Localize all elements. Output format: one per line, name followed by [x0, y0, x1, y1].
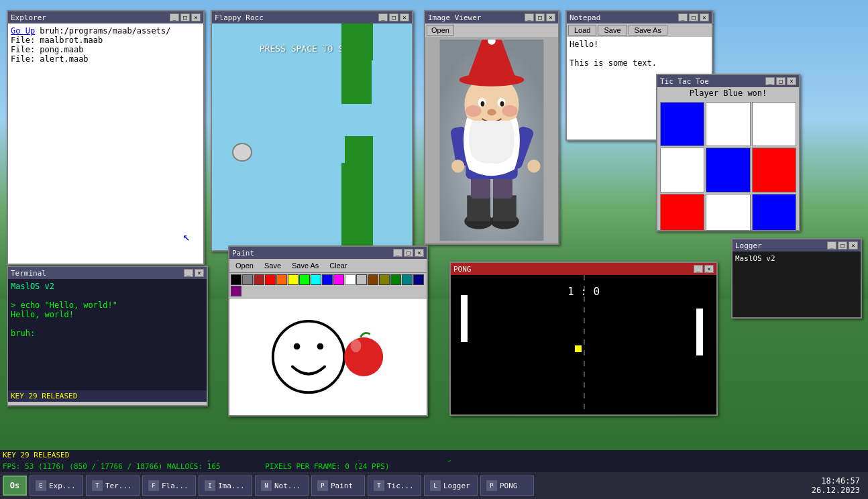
pong-titlebar[interactable]: PONG _ ×	[451, 263, 716, 275]
imageviewer-maximize[interactable]: □	[535, 13, 545, 21]
swatch-gray[interactable]	[242, 274, 253, 285]
pong-minimize[interactable]: _	[694, 265, 703, 273]
taskbar-item-tictactoe[interactable]: T Tic...	[368, 476, 421, 496]
swatch-black[interactable]	[231, 274, 241, 285]
logger-minimize[interactable]: _	[827, 241, 836, 249]
swatch-blue[interactable]	[322, 274, 333, 285]
terminal-minimize[interactable]: _	[184, 269, 193, 277]
notepad-save-btn[interactable]: Save	[598, 25, 627, 36]
swatch-red[interactable]	[265, 274, 276, 285]
terminal-titlebar[interactable]: Terminal _ ×	[8, 267, 207, 279]
taskbar-start-button[interactable]: Os	[3, 476, 27, 496]
taskbar-item-flappy[interactable]: F Fla...	[142, 476, 196, 496]
ttt-cell-5[interactable]	[752, 148, 796, 192]
flappy-close[interactable]: ×	[400, 13, 409, 21]
paint-minimize[interactable]: _	[393, 249, 402, 257]
explorer-file-1[interactable]: File: maalbrot.maab	[11, 36, 201, 45]
ttt-cell-4[interactable]	[706, 148, 750, 192]
taskbar-item-logger[interactable]: L Logger	[424, 476, 478, 496]
swatch-olive[interactable]	[379, 274, 390, 285]
paint-close[interactable]: ×	[415, 249, 424, 257]
notepad-close[interactable]: ×	[700, 13, 709, 21]
terminal-close[interactable]: ×	[195, 269, 204, 277]
flappy-canvas[interactable]: PRESS SPACE TO START	[212, 23, 412, 250]
ttt-cell-2[interactable]	[752, 102, 796, 146]
swatch-cyan[interactable]	[311, 274, 321, 285]
notepad-saveas-btn[interactable]: Save As	[629, 25, 667, 36]
tictactoe-titlebar[interactable]: Tic Tac Toe _ □ ×	[657, 75, 799, 87]
ttt-cell-3[interactable]	[660, 148, 704, 192]
paint-maximize[interactable]: □	[404, 249, 413, 257]
logger-titlebar[interactable]: Logger _ □ ×	[733, 239, 861, 252]
swatch-orange[interactable]	[276, 274, 287, 285]
taskbar-item-pong[interactable]: P PONG	[480, 476, 534, 496]
explorer-window: Explorer _ □ × Go Up bruh:/programs/maab…	[7, 10, 205, 265]
paint-canvas[interactable]	[229, 298, 427, 415]
swatch-navy[interactable]	[413, 274, 424, 285]
explorer-maximize[interactable]: □	[180, 13, 190, 21]
logger-close[interactable]: ×	[849, 241, 858, 249]
swatch-darkred[interactable]	[254, 274, 264, 285]
flappy-game[interactable]: PRESS SPACE TO START	[212, 23, 412, 250]
taskbar-item-paint[interactable]: P Paint	[311, 476, 365, 496]
imageviewer-minimize[interactable]: _	[525, 13, 534, 21]
taskbar-item-explorer[interactable]: E Exp...	[30, 476, 83, 496]
tictactoe-maximize[interactable]: □	[776, 77, 785, 85]
imageviewer-titlebar[interactable]: Image Viewer _ □ ×	[425, 11, 558, 23]
taskbar-item-imageviewer[interactable]: I Ima...	[199, 476, 252, 496]
tictactoe-minimize[interactable]: _	[765, 77, 775, 85]
explorer-title: Explorer	[11, 13, 170, 22]
swatch-teal[interactable]	[402, 274, 413, 285]
swatch-silver[interactable]	[356, 274, 367, 285]
paint-open-btn[interactable]: Open	[231, 260, 258, 271]
notepad-controls: _ □ ×	[678, 13, 709, 21]
taskbar-item-notepad[interactable]: N Not...	[255, 476, 309, 496]
swatch-magenta[interactable]	[333, 274, 344, 285]
taskbar-logger-label: Logger	[443, 482, 470, 490]
logger-maximize[interactable]: □	[838, 241, 847, 249]
statusbar-row2: FPS: 53 (1176) (850 / 17766 / 18766) MAL…	[3, 462, 865, 471]
notepad-load-btn[interactable]: Load	[568, 25, 596, 36]
pong-close[interactable]: ×	[704, 265, 714, 273]
paint-controls: _ □ ×	[393, 249, 424, 257]
swatch-green[interactable]	[299, 274, 310, 285]
ttt-cell-6[interactable]	[660, 194, 704, 231]
explorer-file-2[interactable]: File: pong.maab	[11, 45, 201, 54]
svg-point-19	[500, 101, 504, 107]
imageviewer-close[interactable]: ×	[546, 13, 555, 21]
notepad-maximize[interactable]: □	[689, 13, 698, 21]
imageviewer-open-btn[interactable]: Open	[427, 25, 454, 36]
explorer-titlebar[interactable]: Explorer _ □ ×	[8, 11, 203, 23]
swatch-white[interactable]	[345, 274, 356, 285]
ttt-cell-7[interactable]	[706, 194, 750, 231]
pong-game[interactable]: 1 : 0	[451, 275, 716, 414]
explorer-file-3[interactable]: File: alert.maab	[11, 54, 201, 64]
terminal-output[interactable]: MaslOS v2 > echo "Hello, world!" Hello, …	[8, 279, 207, 390]
swatch-brown[interactable]	[368, 274, 378, 285]
svg-point-18	[481, 101, 485, 107]
explorer-close[interactable]: ×	[191, 13, 201, 21]
explorer-minimize[interactable]: _	[170, 13, 179, 21]
notepad-minimize[interactable]: _	[678, 13, 688, 21]
explorer-go-up[interactable]: Go Up	[11, 26, 35, 36]
taskbar-item-terminal[interactable]: T Ter...	[86, 476, 140, 496]
paint-saveas-btn[interactable]: Save As	[287, 260, 323, 271]
ttt-cell-1[interactable]	[706, 102, 750, 146]
paint-title: Paint	[232, 249, 393, 258]
pong-canvas[interactable]: 1 : 0	[451, 275, 716, 414]
flappy-titlebar[interactable]: Flappy Rocc _ □ ×	[212, 11, 412, 23]
ttt-cell-0[interactable]	[660, 102, 704, 146]
paint-clear-btn[interactable]: Clear	[325, 260, 351, 271]
swatch-purple[interactable]	[231, 286, 241, 296]
swatch-yellow[interactable]	[288, 274, 299, 285]
paint-save-btn[interactable]: Save	[260, 260, 286, 271]
ttt-cell-8[interactable]	[752, 194, 796, 231]
imageviewer-toolbar: Open	[425, 23, 558, 37]
svg-point-10	[451, 160, 464, 172]
notepad-titlebar[interactable]: Notepad _ □ ×	[567, 11, 712, 23]
flappy-maximize[interactable]: □	[389, 13, 398, 21]
flappy-minimize[interactable]: _	[378, 13, 388, 21]
paint-titlebar[interactable]: Paint _ □ ×	[229, 247, 427, 259]
tictactoe-close[interactable]: ×	[787, 77, 796, 85]
swatch-darkgreen[interactable]	[390, 274, 401, 285]
